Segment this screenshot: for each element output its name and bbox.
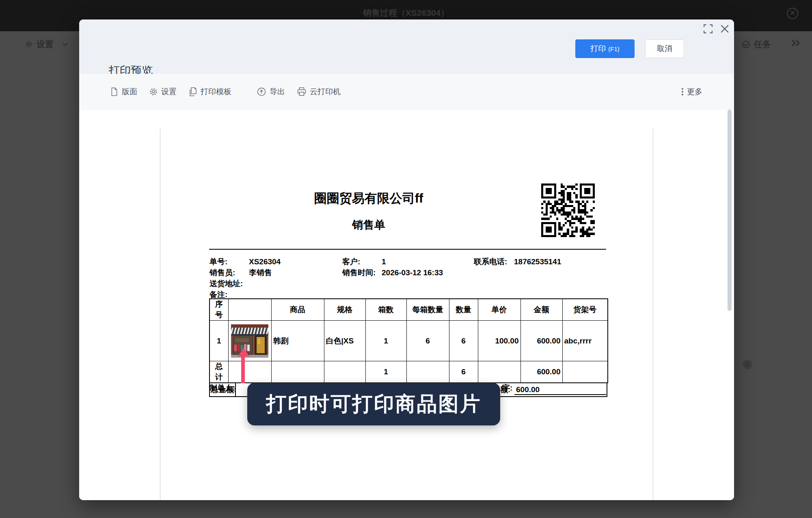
chevron-down-icon <box>63 43 68 46</box>
toolbar-settings-button[interactable]: 设置 <box>149 86 177 97</box>
toolbar-layout-label: 版面 <box>122 86 137 97</box>
cell-per-box: 6 <box>406 321 449 361</box>
double-chevron-icon <box>791 39 801 47</box>
cell-amount: 600.00 <box>520 321 562 361</box>
scrollbar-thumb[interactable] <box>728 110 732 311</box>
phone-value: 18762535141 <box>514 257 561 266</box>
total-boxes: 1 <box>365 361 406 383</box>
order-no-label: 单号: <box>209 257 227 266</box>
company-name: 圈圈贸易有限公司ff <box>247 190 490 207</box>
salesman-label: 销售员: <box>209 268 235 277</box>
toolbar-template-label: 打印模板 <box>201 86 231 97</box>
cell-boxes: 1 <box>365 321 406 361</box>
cancel-button-label: 取消 <box>657 43 672 54</box>
phone-label: 联系电话: <box>474 257 507 266</box>
cell-spec: 白色|XS <box>324 321 365 361</box>
col-header: 单价 <box>478 299 520 321</box>
sign-label: 字: <box>502 384 512 393</box>
cell-price: 100.00 <box>478 321 520 361</box>
preview-area: 圈圈贸易有限公司ff 销售单 单号: XS26304 客户: 1 联系电话: 1… <box>79 110 734 500</box>
col-header: 每箱数量 <box>406 299 449 321</box>
cell-qty: 6 <box>449 321 478 361</box>
col-header <box>228 299 271 321</box>
toolbar-template-button[interactable]: 打印模板 <box>189 86 231 97</box>
cell-product-image <box>228 321 271 361</box>
header-divider <box>209 249 606 250</box>
qr-code <box>541 183 595 237</box>
background-settings-label: 设置 <box>37 39 54 50</box>
gear-icon <box>25 41 32 48</box>
col-header: 金额 <box>520 299 562 321</box>
order-no-value: XS26304 <box>249 257 281 266</box>
dialog-header: 打印预览 打印 (F1) 取消 <box>79 19 734 74</box>
fullscreen-icon[interactable] <box>704 24 713 33</box>
printed-document: 圈圈贸易有限公司ff 销售单 单号: XS26304 客户: 1 联系电话: 1… <box>79 110 734 500</box>
cancel-button[interactable]: 取消 <box>645 39 684 58</box>
sale-time-value: 2026-03-12 16:33 <box>382 268 443 277</box>
remark-label: 备注: <box>209 290 227 299</box>
export-icon <box>257 87 266 96</box>
toolbar-layout-button[interactable]: 版面 <box>110 86 137 97</box>
toolbar-cloud-printer-button[interactable]: 云打印机 <box>297 86 341 97</box>
document-title: 销售单 <box>247 218 490 232</box>
col-header: 箱数 <box>365 299 406 321</box>
signature-line <box>514 394 606 395</box>
total-qty: 6 <box>449 361 478 383</box>
toolbar-export-button[interactable]: 导出 <box>257 86 285 97</box>
items-table: 序号 商品 规格 箱数 每箱数量 数量 单价 金额 货架号 1 <box>209 298 607 397</box>
total-label: 总计 <box>209 361 228 383</box>
table-total-row: 总计 1 6 600.00 <box>209 361 608 383</box>
cell-product: 韩剧 <box>271 321 324 361</box>
salesman-value: 李销售 <box>249 268 272 277</box>
toolbar-export-label: 导出 <box>270 86 285 97</box>
background-settings-menu: 设置 <box>25 39 68 50</box>
dots-grid-icon <box>745 362 750 367</box>
col-header: 商品 <box>271 299 324 321</box>
toolbar-more-button[interactable]: 更多 <box>681 74 702 110</box>
print-shortcut-label: (F1) <box>608 45 620 52</box>
col-header: 数量 <box>449 299 478 321</box>
annotation-tooltip-text: 打印时可打印商品图片 <box>266 391 482 418</box>
total-amount: 600.00 <box>520 361 562 383</box>
print-button-label: 打印 <box>590 43 606 54</box>
check-circle-icon <box>742 41 750 48</box>
background-tasks-label: 任务 <box>754 39 771 50</box>
gear-icon <box>149 88 158 96</box>
table-header-row: 序号 商品 规格 箱数 每箱数量 数量 单价 金额 货架号 <box>209 299 608 321</box>
customer-label: 客户: <box>342 257 360 266</box>
sale-time-label: 销售时间: <box>342 268 376 277</box>
floating-handle-button[interactable] <box>743 360 752 369</box>
col-header: 货架号 <box>562 299 608 321</box>
close-icon[interactable] <box>721 25 729 33</box>
customer-value: 1 <box>382 257 386 266</box>
col-header: 规格 <box>324 299 365 321</box>
copy-icon <box>189 87 197 96</box>
cell-shelf: abc,rrrr <box>562 321 608 361</box>
annotation-tooltip: 打印时可打印商品图片 <box>247 383 500 425</box>
toolbar-cloud-printer-label: 云打印机 <box>310 86 341 97</box>
table-row: 1 <box>209 321 608 361</box>
print-toolbar: 版面 设置 打印模板 导出 云打印机 <box>79 74 734 110</box>
toolbar-more-label: 更多 <box>687 86 702 97</box>
more-icon <box>681 87 684 96</box>
page-icon <box>110 87 118 96</box>
print-preview-dialog: 打印预览 打印 (F1) 取消 版面 设置 <box>79 19 734 500</box>
product-image <box>231 324 268 358</box>
toolbar-settings-label: 设置 <box>161 86 177 97</box>
cloud-printer-icon <box>297 87 306 96</box>
background-window-title: 销售过程（XS26304） <box>0 7 812 19</box>
address-label: 送货地址: <box>209 279 243 288</box>
annotation-arrow <box>238 348 250 356</box>
close-circle-icon: ✕ <box>787 8 798 19</box>
col-header: 序号 <box>209 299 228 321</box>
cell-no: 1 <box>209 321 228 361</box>
annotation-arrow-shaft <box>241 356 245 383</box>
print-button[interactable]: 打印 (F1) <box>575 39 635 58</box>
background-tasks-menu: 任务 <box>742 39 771 50</box>
maker-label: 制单人: <box>209 384 235 393</box>
